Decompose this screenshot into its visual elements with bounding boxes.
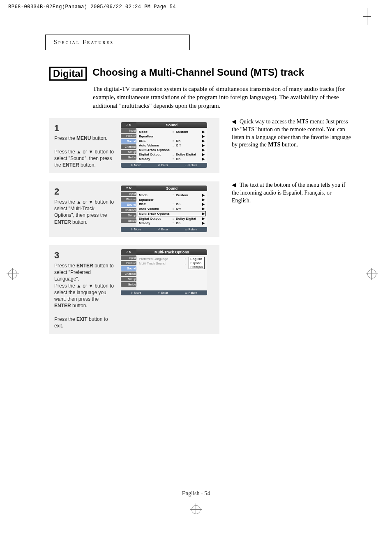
osd-menu-row: Mode:Custom▶ xyxy=(139,130,205,134)
side-note-1: ◀Quick way to access the MTS menu: Just … xyxy=(232,118,351,149)
return-hint: ▭ Return xyxy=(185,228,197,231)
page-footer: English - 54 xyxy=(0,490,392,497)
step-number: 3 xyxy=(54,249,116,262)
step-block-3: 3 Press the ENTER button to select "Pref… xyxy=(49,245,219,334)
osd-screenshot-3: T V Multi-Track Options InputPictureSoun… xyxy=(121,249,207,329)
osd-menu-row: Melody:On▶ xyxy=(139,157,205,161)
osd-nav-item: Input xyxy=(121,255,136,260)
osd-menu-row: BBE:On▶ xyxy=(139,139,205,143)
osd-menu-row: Auto Volume:Off▶ xyxy=(139,143,205,148)
osd-menu-row: Equalizer▶ xyxy=(139,197,205,202)
osd-menu-row: Digital Output:Dolby Digital▶ xyxy=(139,152,205,157)
osd-nav-item: Input xyxy=(121,128,136,133)
osd-menu-row: Mode:Custom▶ xyxy=(139,193,205,197)
return-hint: ▭ Return xyxy=(185,291,197,295)
osd-nav-item: Setup xyxy=(121,150,136,154)
return-hint: ▭ Return xyxy=(185,164,197,167)
step-instruction: Press the ▲ or ▼ button to select "Multi… xyxy=(54,199,116,225)
step-block-2: 2 Press the ▲ or ▼ button to select "Mul… xyxy=(49,181,219,237)
osd-nav-item: Guide xyxy=(121,155,136,160)
move-hint: ⇕ Move xyxy=(131,228,141,231)
enter-hint: ⏎ Enter xyxy=(158,164,168,167)
move-hint: ⇕ Move xyxy=(131,164,141,167)
language-dropdown: EnglishEspañolFrançais xyxy=(189,257,205,269)
osd-nav-item: Setup xyxy=(121,213,136,218)
osd-nav-item: Sound xyxy=(121,266,136,271)
step-number: 1 xyxy=(54,122,116,135)
triangle-left-icon: ◀ xyxy=(232,118,236,126)
registration-mark-right xyxy=(367,269,384,286)
registration-mark-left xyxy=(8,269,25,286)
osd-nav-item: Channel xyxy=(121,271,136,276)
triangle-left-icon: ◀ xyxy=(232,181,236,189)
osd-menu-row: BBE:On▶ xyxy=(139,202,205,207)
osd-nav-item: Picture xyxy=(121,261,136,265)
osd-nav-item: Setup xyxy=(121,277,136,281)
step-block-1: 1 Press the MENU button.Press the ▲ or ▼… xyxy=(49,118,219,174)
crop-mark xyxy=(367,8,367,25)
step-instruction: Press the ENTER button to select "Prefer… xyxy=(54,262,116,329)
osd-nav-item: Sound xyxy=(121,139,136,144)
file-header: BP68-00334B-02Eng(Panama) 2005/06/22 02:… xyxy=(0,0,392,14)
registration-mark-bottom xyxy=(0,505,392,514)
osd-nav-item: Channel xyxy=(121,208,136,212)
enter-hint: ⏎ Enter xyxy=(158,291,168,295)
osd-menu-row: Multi-Track Options▶ xyxy=(139,148,205,152)
osd-nav-item: Picture xyxy=(121,134,136,138)
side-note-2: ◀The text at the bottom of the menu tell… xyxy=(232,181,351,205)
osd-nav-item: Picture xyxy=(121,197,136,202)
osd-screenshot-2: T V Sound InputPictureSoundChannelSetupG… xyxy=(121,186,207,232)
osd-nav-item: Sound xyxy=(121,202,136,207)
step-number: 2 xyxy=(54,186,116,198)
osd-menu-row: Melody:On▶ xyxy=(139,221,205,225)
enter-hint: ⏎ Enter xyxy=(158,228,168,231)
osd-nav-item: Guide xyxy=(121,282,136,287)
osd-menu-row: Equalizer▶ xyxy=(139,134,205,139)
osd-menu-row: Auto Volume:Off▶ xyxy=(139,207,205,211)
osd-nav-item: Guide xyxy=(121,218,136,223)
step-instruction: Press the MENU button.Press the ▲ or ▼ b… xyxy=(54,135,116,168)
intro-text: The digital-TV transmission system is ca… xyxy=(93,85,348,110)
section-header: Special Features xyxy=(45,35,190,50)
page-title: Choosing a Multi-Channel Sound (MTS) tra… xyxy=(92,67,351,78)
move-hint: ⇕ Move xyxy=(131,291,141,295)
digital-tag: Digital xyxy=(49,67,87,81)
osd-nav-item: Input xyxy=(121,192,136,196)
osd-menu-row: Multi-Track Options▶ xyxy=(138,211,206,216)
osd-nav-item: Channel xyxy=(121,144,136,149)
osd-menu-row: Digital Output:Dolby Digital▶ xyxy=(139,216,205,221)
osd-screenshot-1: T V Sound InputPictureSoundChannelSetupG… xyxy=(121,122,207,169)
